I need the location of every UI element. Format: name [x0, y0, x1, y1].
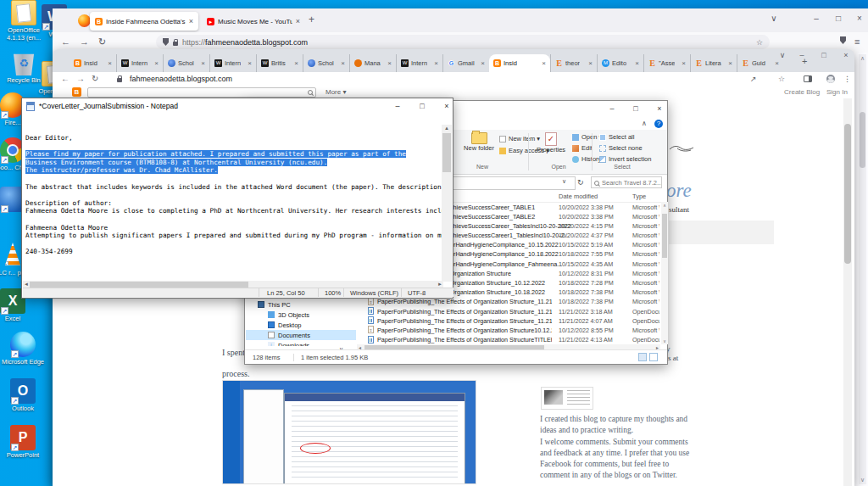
- bookmark-star-icon[interactable]: ☆: [756, 38, 763, 47]
- file-list-scrollbar[interactable]: ∧ ∨: [661, 202, 668, 344]
- url-bar[interactable]: https://fahmeenaodetta.blogspot.com ☆: [156, 35, 770, 49]
- close-tab-icon[interactable]: ×: [201, 59, 205, 67]
- back-button[interactable]: ←: [61, 74, 70, 83]
- lock-icon[interactable]: [117, 78, 122, 82]
- minimize-button[interactable]: –: [807, 14, 826, 23]
- chrome-tab[interactable]: Britis ×: [256, 54, 303, 72]
- close-tab-icon[interactable]: ×: [294, 59, 298, 67]
- share-icon[interactable]: ↗: [750, 75, 757, 83]
- chrome-tab[interactable]: "Asse ×: [643, 54, 690, 72]
- blogger-icon[interactable]: B: [72, 87, 81, 97]
- close-tab-icon[interactable]: ×: [434, 59, 438, 67]
- shield-icon[interactable]: [163, 38, 169, 46]
- close-tab-icon[interactable]: ×: [481, 59, 485, 67]
- help-icon[interactable]: ?: [654, 120, 663, 128]
- file-row[interactable]: PaperForPublishing_The Effects of Organi…: [357, 335, 660, 344]
- close-tab-icon[interactable]: ×: [341, 59, 345, 67]
- close-tab-icon[interactable]: ×: [387, 59, 392, 67]
- nav-tree-item[interactable]: Documents: [246, 330, 356, 340]
- tab-search-icon[interactable]: ∨: [772, 51, 793, 59]
- close-button[interactable]: ×: [436, 98, 458, 114]
- firefox-scrollbar[interactable]: ∧ ∨: [859, 54, 866, 484]
- close-tab-icon[interactable]: ×: [682, 59, 686, 67]
- blog-search-input[interactable]: [87, 87, 316, 98]
- column-header-date[interactable]: Date modified: [559, 193, 598, 200]
- maximize-button[interactable]: □: [628, 104, 643, 113]
- select-all-button[interactable]: Select all: [599, 133, 634, 141]
- scrollbar-thumb[interactable]: [662, 214, 667, 258]
- close-button[interactable]: ×: [850, 14, 868, 23]
- desktop-icon[interactable]: ↗ Microsoft Edge: [0, 332, 47, 366]
- profile-avatar[interactable]: [826, 75, 835, 85]
- nav-tree-item[interactable]: This PC: [246, 299, 356, 310]
- scrollbar-thumb[interactable]: [30, 282, 248, 288]
- scroll-up-icon[interactable]: ∧: [661, 203, 668, 208]
- close-tab-icon[interactable]: ×: [728, 59, 732, 67]
- side-panel-icon[interactable]: [804, 75, 812, 84]
- chrome-tab[interactable]: Intern ×: [396, 54, 442, 72]
- chrome-tab[interactable]: Litera ×: [690, 54, 737, 72]
- close-tab-icon[interactable]: ×: [635, 59, 639, 67]
- blog-sidebar-gadget[interactable]: [669, 221, 774, 244]
- close-tab-icon[interactable]: ×: [775, 59, 779, 67]
- scroll-down-icon[interactable]: ∨: [661, 338, 668, 344]
- lock-icon[interactable]: [173, 42, 178, 46]
- scrollbar-thumb[interactable]: [844, 124, 851, 264]
- notepad-vscrollbar[interactable]: ▲: [442, 125, 452, 282]
- scroll-right-icon[interactable]: ►: [437, 282, 442, 287]
- chrome-menu-icon[interactable]: ⋮: [843, 75, 851, 83]
- chrome-tab[interactable]: Edito ×: [597, 54, 643, 72]
- thumbnails-view-button[interactable]: [649, 353, 658, 361]
- close-tab-icon[interactable]: ×: [588, 59, 593, 67]
- file-row[interactable]: PaperForPublishing_The Effects of Organi…: [357, 306, 660, 316]
- bookmark-star-icon[interactable]: ☆: [778, 75, 785, 83]
- close-tab-icon[interactable]: ×: [248, 59, 252, 67]
- more-menu[interactable]: More ▾: [326, 88, 346, 96]
- close-button[interactable]: ×: [652, 104, 667, 113]
- minimize-button[interactable]: –: [387, 98, 409, 114]
- chrome-tab[interactable]: Gmail ×: [442, 54, 489, 72]
- edit-button[interactable]: Edit: [572, 144, 593, 152]
- close-tab-icon[interactable]: ×: [189, 17, 193, 25]
- close-tab-icon[interactable]: ×: [154, 59, 159, 67]
- notepad-text-area[interactable]: Dear Editor,Please find my paper for pub…: [23, 125, 443, 282]
- scroll-up-icon[interactable]: ▲: [442, 126, 452, 131]
- nav-tree-item[interactable]: 3D Objects: [246, 310, 356, 320]
- history-button[interactable]: History: [572, 155, 601, 163]
- chrome-tab[interactable]: theor ×: [550, 54, 597, 72]
- new-folder-button[interactable]: New folder: [461, 132, 497, 152]
- invert-selection-button[interactable]: Invert selection: [599, 155, 651, 163]
- address-dropdown-icon[interactable]: ∨: [562, 178, 566, 185]
- scroll-up-icon[interactable]: ∧: [859, 55, 866, 62]
- forward-button[interactable]: →: [80, 36, 89, 47]
- chrome-tab[interactable]: Mana ×: [349, 54, 396, 72]
- scrollbar-thumb[interactable]: [860, 112, 865, 168]
- file-row[interactable]: PaperForPublishing_The Effects of Organi…: [357, 316, 660, 325]
- chrome-tab[interactable]: Insid ×: [70, 54, 116, 72]
- chrome-tab[interactable]: Schol ×: [163, 54, 209, 72]
- forward-button[interactable]: →: [76, 74, 85, 83]
- reload-button[interactable]: ↻: [98, 36, 106, 47]
- column-header-type[interactable]: Type: [632, 193, 646, 200]
- reload-button[interactable]: ↻: [92, 74, 98, 83]
- maximize-button[interactable]: □: [814, 51, 834, 59]
- sign-in-link[interactable]: Sign In: [826, 88, 848, 96]
- desktop-icon[interactable]: ↗ Outlook: [0, 378, 47, 412]
- new-tab-button[interactable]: +: [309, 14, 314, 25]
- refresh-icon[interactable]: ↻: [577, 178, 584, 187]
- chrome-tab[interactable]: Intern ×: [116, 54, 163, 72]
- close-tab-icon[interactable]: ×: [542, 59, 546, 67]
- nav-tree-item[interactable]: Desktop: [246, 320, 356, 330]
- scroll-down-icon[interactable]: ∨: [859, 477, 866, 483]
- maximize-button[interactable]: □: [411, 98, 433, 114]
- scrollbar-thumb[interactable]: [442, 133, 451, 172]
- file-row[interactable]: PaperForPublishing_The Effects of Organi…: [357, 325, 660, 334]
- maximize-button[interactable]: □: [829, 14, 848, 23]
- url-text[interactable]: fahmeenaodetta.blogspot.com: [130, 75, 232, 83]
- create-blog-link[interactable]: Create Blog: [784, 88, 820, 96]
- chrome-scrollbar[interactable]: [843, 98, 852, 486]
- minimize-button[interactable]: –: [604, 104, 620, 113]
- nav-tree-item[interactable]: ↓ Downloads: [246, 340, 356, 346]
- properties-button[interactable]: Properties: [533, 132, 569, 154]
- hamburger-menu-icon[interactable]: ≡: [854, 36, 860, 47]
